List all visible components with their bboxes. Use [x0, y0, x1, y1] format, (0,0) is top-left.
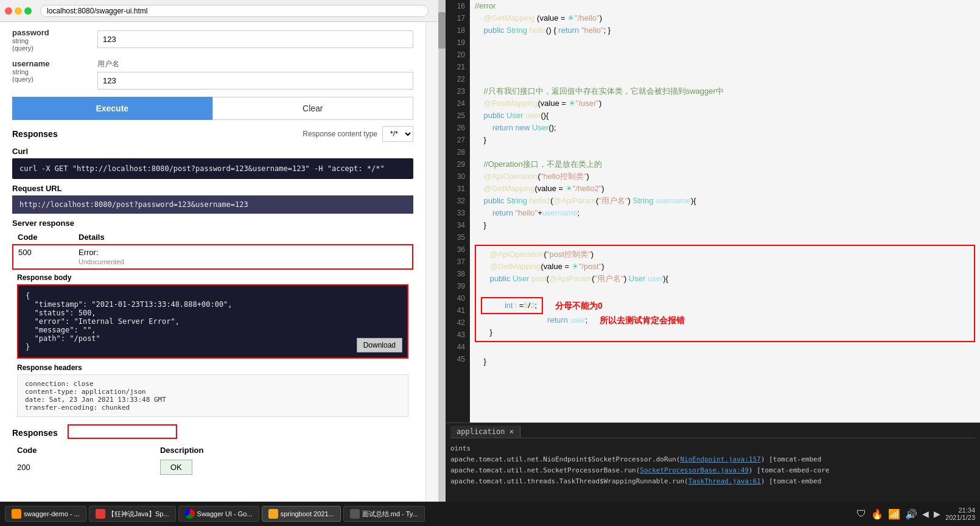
response-code: 500 [13, 245, 74, 269]
code-line-24: @PostMapping(value = ☀"/user") [475, 97, 975, 110]
taskbar-item-chrome[interactable]: Swagger UI - Go... [178, 506, 259, 522]
content-type-select[interactable]: */* [382, 126, 413, 142]
response-table: Code Details 500 Error: Undocumented [12, 230, 413, 270]
password-input[interactable] [97, 30, 413, 48]
taskbar-item-springboot[interactable]: springboot 2021... [262, 506, 341, 522]
code-line-25: public User user(){ [475, 110, 975, 122]
clock-time: 21:34 [945, 507, 975, 514]
code-line-41-container: return user; 所以去测试肯定会报错 [481, 314, 969, 326]
bottom-responses-section: Responses Code Description 200 [12, 424, 413, 477]
param-name-username: username [12, 59, 97, 68]
bottom-responses-title: Responses [12, 428, 58, 438]
taskbar-arrow-right[interactable]: ▶ [934, 509, 940, 519]
code-line-35 [475, 231, 975, 244]
username-input[interactable] [97, 72, 413, 89]
code-line-21 [475, 61, 975, 73]
red-box-code-section: @ApiOperation("post控制类") @GetMapping(val… [475, 245, 975, 342]
param-type-username: string [12, 68, 97, 75]
code-header: Code [13, 230, 74, 245]
code-line-40-container: int i =5/0; 分母不能为0 [481, 297, 969, 314]
code-line-30: @ApiOperation("hello控制类") [475, 170, 975, 183]
code-line-22 [475, 73, 975, 85]
code-line-31: @GetMapping(value = ☀"/hello2") [475, 183, 975, 195]
taskbar-icon-chrome [185, 509, 195, 519]
taskbar-icon-swagger [12, 509, 21, 519]
code-line-37: @GetMapping(value = ☀"/post") [481, 261, 969, 273]
content-type-label: Response content type [303, 130, 377, 138]
address-bar[interactable]: localhost:8080/swagger-ui.html [40, 5, 429, 17]
request-url-value: http://localhost:8080/post?password=123&… [12, 195, 413, 214]
shield-icon: 🛡 [856, 508, 866, 519]
console-area: application × oints apache.tomcat.util.n… [446, 423, 980, 502]
empty-red-input[interactable] [68, 424, 177, 439]
bottom-desc-header: Description [155, 443, 413, 457]
username-label: 用户名 [97, 59, 413, 69]
taskbar-icon-typora [350, 509, 360, 519]
taskbar-item-typora[interactable]: 面试总结.md - Ty... [343, 506, 425, 522]
taskbar-item-java[interactable]: 【狂神说Java】Sp... [89, 506, 176, 522]
code-line-39 [481, 285, 969, 297]
response-body-label: Response body [12, 273, 413, 282]
code-line-16: //error [475, 0, 975, 12]
code-line-29: //Operation接口，不是放在类上的 [475, 158, 975, 170]
taskbar-arrow-left[interactable]: ◀ [922, 509, 929, 519]
response-200-code: 200 [12, 457, 155, 477]
execute-button[interactable]: Execute [12, 97, 212, 120]
taskbar-label-swagger-demo: swagger-demo - ... [24, 510, 80, 517]
code-line-23: //只有我们接口中，返回值中存在实体类，它就会被扫描到swagger中 [475, 85, 975, 97]
volume-icon: 🔊 [905, 508, 917, 520]
annotation-text-2: 所以去测试肯定会报错 [600, 314, 685, 326]
response-headers-content: connection: close content-type: applicat… [25, 380, 401, 412]
response-details: Error: Undocumented [74, 245, 413, 269]
line-numbers: 16 17 18 19 20 21 22 23 24 25 26 27 28 2… [446, 0, 470, 423]
clear-button[interactable]: Clear [212, 97, 414, 120]
code-line-19 [475, 37, 975, 49]
console-line-2: apache.tomcat.util.net.NioEndpoint$Socke… [450, 454, 975, 465]
param-query-username: (query) [12, 75, 97, 83]
code-line-32: public String hello2(@ApiParam("用户名") St… [475, 195, 975, 207]
code-line-34: } [475, 219, 975, 231]
code-line-42: } [481, 326, 969, 338]
response-body-block: { "timestamp": "2021-01-23T13:33:48.888+… [17, 284, 408, 359]
console-line-1: oints [450, 443, 975, 454]
console-line-4: apache.tomcat.util.threads.TaskThread$Wr… [450, 476, 975, 487]
taskbar: swagger-demo - ... 【狂神说Java】Sp... Swagge… [0, 502, 980, 526]
responses-code-table: Code Description 200 OK [12, 443, 413, 477]
browser-bar: localhost:8080/swagger-ui.html [0, 0, 438, 22]
console-tab-application[interactable]: application × [450, 426, 520, 438]
download-button[interactable]: Download [357, 338, 402, 352]
param-query-password: (query) [12, 44, 97, 52]
curl-label: Curl [12, 147, 413, 156]
scrollbar[interactable] [438, 0, 446, 502]
link-taskthread[interactable]: TaskThread.java:61 [688, 477, 761, 485]
console-content: oints apache.tomcat.util.net.NioEndpoint… [450, 441, 975, 489]
undocumented-label: Undocumented [79, 258, 124, 265]
link-socketprocessor[interactable]: SocketProcessorBase.java:49 [640, 466, 749, 474]
response-row-200: 200 OK [12, 457, 413, 477]
taskbar-label-chrome: Swagger UI - Go... [197, 510, 253, 517]
response-headers-block: connection: close content-type: applicat… [17, 374, 408, 417]
code-line-26: return new User(); [475, 122, 975, 134]
username-param-row: username string (query) 用户名 [12, 59, 413, 89]
taskbar-right: 🛡 🔥 📶 🔊 ◀ ▶ 21:34 2021/1/23 [856, 507, 975, 521]
annotated-block: @ApiOperation("post控制类") @GetMapping(val… [475, 245, 975, 342]
taskbar-item-swagger-demo[interactable]: swagger-demo - ... [5, 506, 86, 522]
password-param-row: password string (query) [12, 28, 413, 52]
code-line-28 [475, 146, 975, 158]
bottom-code-header: Code [12, 443, 155, 457]
response-row-500: 500 Error: Undocumented [13, 245, 413, 269]
param-name-password: password [12, 28, 97, 37]
code-line-18: public String hello() { return "hello"; … [475, 24, 975, 37]
code-line-43 [475, 343, 975, 356]
curl-value: curl -X GET "http://localhost:8080/post?… [12, 158, 413, 179]
code-line-27: } [475, 134, 975, 146]
code-content-area: //error @GetMapping (value = ☀"/hello") … [470, 0, 980, 423]
link-nioepoint[interactable]: NioEndpoint.java:157 [681, 455, 761, 463]
fire-icon: 🔥 [871, 508, 883, 520]
responses-header: Responses Response content type */* [12, 126, 413, 142]
response-ok-box: OK [160, 460, 192, 475]
clock-date: 2021/1/23 [945, 514, 975, 521]
response-headers-label: Response headers [12, 363, 413, 372]
code-line-38: public User post(@ApiParam("用户名") User u… [481, 273, 969, 285]
code-line-45 [475, 368, 975, 380]
